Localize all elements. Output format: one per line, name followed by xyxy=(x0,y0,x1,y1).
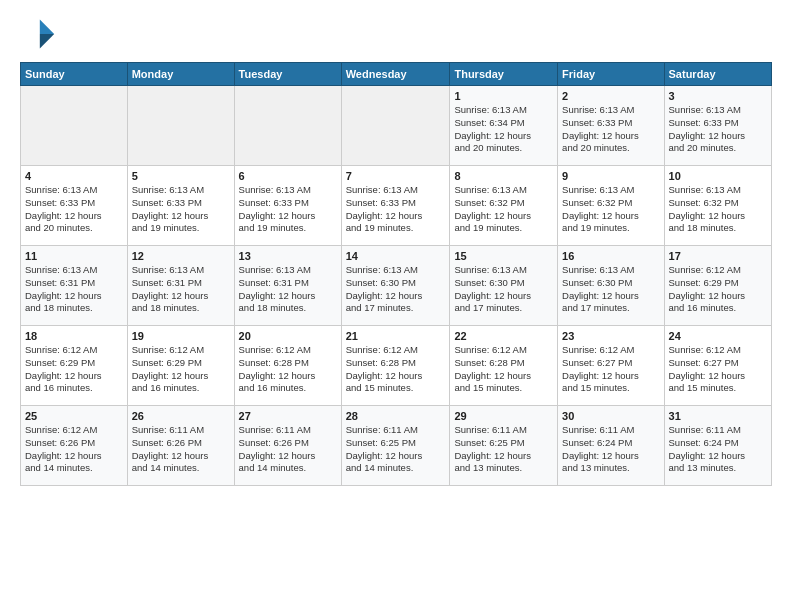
day-number: 10 xyxy=(669,170,767,182)
day-number: 19 xyxy=(132,330,230,342)
calendar-cell: 19Sunrise: 6:12 AMSunset: 6:29 PMDayligh… xyxy=(127,326,234,406)
week-row-5: 25Sunrise: 6:12 AMSunset: 6:26 PMDayligh… xyxy=(21,406,772,486)
day-number: 28 xyxy=(346,410,446,422)
calendar-cell: 1Sunrise: 6:13 AMSunset: 6:34 PMDaylight… xyxy=(450,86,558,166)
day-number: 4 xyxy=(25,170,123,182)
day-number: 20 xyxy=(239,330,337,342)
day-number: 3 xyxy=(669,90,767,102)
day-info: Sunrise: 6:11 AMSunset: 6:26 PMDaylight:… xyxy=(239,424,337,475)
day-info: Sunrise: 6:12 AMSunset: 6:28 PMDaylight:… xyxy=(346,344,446,395)
day-number: 7 xyxy=(346,170,446,182)
day-info: Sunrise: 6:12 AMSunset: 6:29 PMDaylight:… xyxy=(669,264,767,315)
week-row-3: 11Sunrise: 6:13 AMSunset: 6:31 PMDayligh… xyxy=(21,246,772,326)
calendar-table: SundayMondayTuesdayWednesdayThursdayFrid… xyxy=(20,62,772,486)
calendar-cell: 29Sunrise: 6:11 AMSunset: 6:25 PMDayligh… xyxy=(450,406,558,486)
day-number: 12 xyxy=(132,250,230,262)
day-number: 13 xyxy=(239,250,337,262)
day-info: Sunrise: 6:11 AMSunset: 6:24 PMDaylight:… xyxy=(562,424,659,475)
day-info: Sunrise: 6:13 AMSunset: 6:30 PMDaylight:… xyxy=(454,264,553,315)
day-info: Sunrise: 6:13 AMSunset: 6:33 PMDaylight:… xyxy=(25,184,123,235)
week-row-2: 4Sunrise: 6:13 AMSunset: 6:33 PMDaylight… xyxy=(21,166,772,246)
day-header-tuesday: Tuesday xyxy=(234,63,341,86)
day-info: Sunrise: 6:11 AMSunset: 6:25 PMDaylight:… xyxy=(454,424,553,475)
day-info: Sunrise: 6:13 AMSunset: 6:32 PMDaylight:… xyxy=(454,184,553,235)
day-header-wednesday: Wednesday xyxy=(341,63,450,86)
calendar-cell: 17Sunrise: 6:12 AMSunset: 6:29 PMDayligh… xyxy=(664,246,771,326)
day-number: 31 xyxy=(669,410,767,422)
calendar-cell: 18Sunrise: 6:12 AMSunset: 6:29 PMDayligh… xyxy=(21,326,128,406)
calendar-cell: 5Sunrise: 6:13 AMSunset: 6:33 PMDaylight… xyxy=(127,166,234,246)
day-info: Sunrise: 6:12 AMSunset: 6:28 PMDaylight:… xyxy=(454,344,553,395)
day-info: Sunrise: 6:13 AMSunset: 6:33 PMDaylight:… xyxy=(669,104,767,155)
day-info: Sunrise: 6:11 AMSunset: 6:26 PMDaylight:… xyxy=(132,424,230,475)
day-info: Sunrise: 6:12 AMSunset: 6:29 PMDaylight:… xyxy=(132,344,230,395)
day-number: 11 xyxy=(25,250,123,262)
day-number: 22 xyxy=(454,330,553,342)
calendar-cell: 30Sunrise: 6:11 AMSunset: 6:24 PMDayligh… xyxy=(558,406,664,486)
calendar-cell: 27Sunrise: 6:11 AMSunset: 6:26 PMDayligh… xyxy=(234,406,341,486)
calendar-cell: 15Sunrise: 6:13 AMSunset: 6:30 PMDayligh… xyxy=(450,246,558,326)
day-number: 24 xyxy=(669,330,767,342)
day-info: Sunrise: 6:12 AMSunset: 6:27 PMDaylight:… xyxy=(562,344,659,395)
day-number: 15 xyxy=(454,250,553,262)
calendar-cell: 13Sunrise: 6:13 AMSunset: 6:31 PMDayligh… xyxy=(234,246,341,326)
week-row-4: 18Sunrise: 6:12 AMSunset: 6:29 PMDayligh… xyxy=(21,326,772,406)
calendar-cell: 9Sunrise: 6:13 AMSunset: 6:32 PMDaylight… xyxy=(558,166,664,246)
calendar-cell: 20Sunrise: 6:12 AMSunset: 6:28 PMDayligh… xyxy=(234,326,341,406)
day-info: Sunrise: 6:12 AMSunset: 6:26 PMDaylight:… xyxy=(25,424,123,475)
calendar-cell: 21Sunrise: 6:12 AMSunset: 6:28 PMDayligh… xyxy=(341,326,450,406)
day-info: Sunrise: 6:13 AMSunset: 6:32 PMDaylight:… xyxy=(562,184,659,235)
day-number: 18 xyxy=(25,330,123,342)
calendar-cell: 24Sunrise: 6:12 AMSunset: 6:27 PMDayligh… xyxy=(664,326,771,406)
day-info: Sunrise: 6:13 AMSunset: 6:31 PMDaylight:… xyxy=(25,264,123,315)
calendar-cell: 6Sunrise: 6:13 AMSunset: 6:33 PMDaylight… xyxy=(234,166,341,246)
day-info: Sunrise: 6:13 AMSunset: 6:30 PMDaylight:… xyxy=(562,264,659,315)
day-info: Sunrise: 6:13 AMSunset: 6:33 PMDaylight:… xyxy=(132,184,230,235)
calendar-cell: 25Sunrise: 6:12 AMSunset: 6:26 PMDayligh… xyxy=(21,406,128,486)
header xyxy=(20,16,772,52)
calendar-cell: 14Sunrise: 6:13 AMSunset: 6:30 PMDayligh… xyxy=(341,246,450,326)
day-info: Sunrise: 6:11 AMSunset: 6:25 PMDaylight:… xyxy=(346,424,446,475)
day-header-saturday: Saturday xyxy=(664,63,771,86)
calendar-cell: 11Sunrise: 6:13 AMSunset: 6:31 PMDayligh… xyxy=(21,246,128,326)
day-number: 2 xyxy=(562,90,659,102)
day-info: Sunrise: 6:13 AMSunset: 6:34 PMDaylight:… xyxy=(454,104,553,155)
day-header-thursday: Thursday xyxy=(450,63,558,86)
calendar-cell xyxy=(127,86,234,166)
day-header-monday: Monday xyxy=(127,63,234,86)
calendar-cell xyxy=(21,86,128,166)
logo-icon xyxy=(20,16,56,52)
day-info: Sunrise: 6:13 AMSunset: 6:30 PMDaylight:… xyxy=(346,264,446,315)
calendar-cell: 3Sunrise: 6:13 AMSunset: 6:33 PMDaylight… xyxy=(664,86,771,166)
calendar-cell xyxy=(341,86,450,166)
calendar-cell: 4Sunrise: 6:13 AMSunset: 6:33 PMDaylight… xyxy=(21,166,128,246)
calendar-cell xyxy=(234,86,341,166)
calendar-cell: 7Sunrise: 6:13 AMSunset: 6:33 PMDaylight… xyxy=(341,166,450,246)
page: SundayMondayTuesdayWednesdayThursdayFrid… xyxy=(0,0,792,502)
week-row-1: 1Sunrise: 6:13 AMSunset: 6:34 PMDaylight… xyxy=(21,86,772,166)
calendar-cell: 22Sunrise: 6:12 AMSunset: 6:28 PMDayligh… xyxy=(450,326,558,406)
day-number: 21 xyxy=(346,330,446,342)
day-number: 9 xyxy=(562,170,659,182)
day-number: 1 xyxy=(454,90,553,102)
day-number: 5 xyxy=(132,170,230,182)
calendar-cell: 10Sunrise: 6:13 AMSunset: 6:32 PMDayligh… xyxy=(664,166,771,246)
day-number: 26 xyxy=(132,410,230,422)
day-number: 23 xyxy=(562,330,659,342)
day-number: 30 xyxy=(562,410,659,422)
calendar-cell: 28Sunrise: 6:11 AMSunset: 6:25 PMDayligh… xyxy=(341,406,450,486)
day-info: Sunrise: 6:12 AMSunset: 6:28 PMDaylight:… xyxy=(239,344,337,395)
day-info: Sunrise: 6:11 AMSunset: 6:24 PMDaylight:… xyxy=(669,424,767,475)
day-info: Sunrise: 6:13 AMSunset: 6:31 PMDaylight:… xyxy=(239,264,337,315)
day-number: 29 xyxy=(454,410,553,422)
calendar-cell: 16Sunrise: 6:13 AMSunset: 6:30 PMDayligh… xyxy=(558,246,664,326)
calendar-cell: 8Sunrise: 6:13 AMSunset: 6:32 PMDaylight… xyxy=(450,166,558,246)
day-number: 16 xyxy=(562,250,659,262)
day-info: Sunrise: 6:13 AMSunset: 6:32 PMDaylight:… xyxy=(669,184,767,235)
day-number: 25 xyxy=(25,410,123,422)
day-number: 14 xyxy=(346,250,446,262)
day-info: Sunrise: 6:13 AMSunset: 6:33 PMDaylight:… xyxy=(239,184,337,235)
calendar-cell: 23Sunrise: 6:12 AMSunset: 6:27 PMDayligh… xyxy=(558,326,664,406)
day-info: Sunrise: 6:12 AMSunset: 6:27 PMDaylight:… xyxy=(669,344,767,395)
day-number: 8 xyxy=(454,170,553,182)
